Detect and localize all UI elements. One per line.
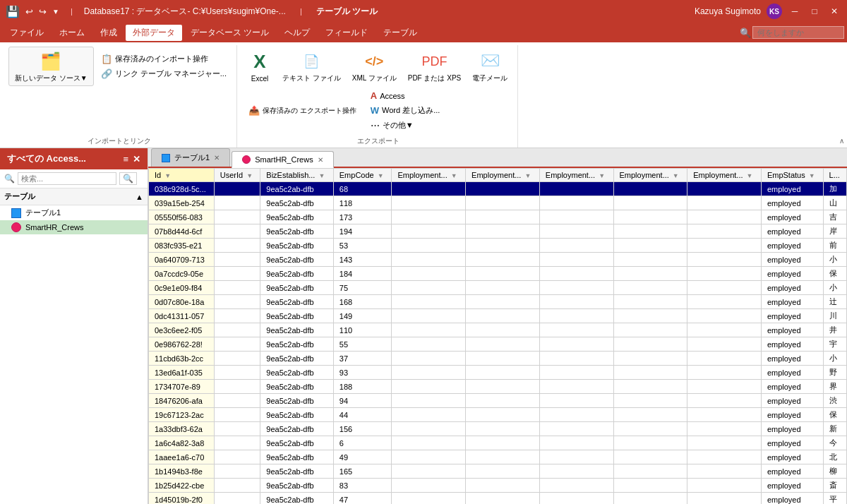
table-cell[interactable] <box>466 196 540 210</box>
table-cell[interactable] <box>539 479 613 493</box>
table-cell[interactable]: 9ea5c2ab-dfb <box>260 224 333 239</box>
table-cell[interactable]: 168 <box>333 295 392 309</box>
table-cell[interactable] <box>687 394 762 408</box>
ribbon-search-input[interactable] <box>752 26 844 39</box>
table-cell[interactable]: 吉 <box>823 210 846 224</box>
table-row[interactable]: 07b8d44d-6cf9ea5c2ab-dfb194employed岸 <box>149 224 847 239</box>
maximize-button[interactable]: □ <box>807 4 822 18</box>
export-xml-button[interactable]: </> XML ファイル <box>348 47 401 85</box>
table-cell[interactable] <box>392 253 466 267</box>
table-cell[interactable]: 界 <box>823 380 846 394</box>
table-row[interactable]: 083fc935-e219ea5c2ab-dfb53employed前 <box>149 239 847 253</box>
col-header-last[interactable]: L... <box>823 169 846 182</box>
menu-field[interactable]: フィールド <box>318 25 375 41</box>
table-cell[interactable]: 斎 <box>823 479 846 493</box>
table-cell[interactable]: employed <box>761 295 823 309</box>
table-cell[interactable] <box>687 450 762 464</box>
table-cell[interactable] <box>539 436 613 450</box>
sidebar-close-icon[interactable]: ✕ <box>133 154 140 164</box>
table-cell[interactable] <box>392 479 466 493</box>
table-cell[interactable] <box>687 295 762 309</box>
table-cell[interactable]: 1b1494b3-f8e <box>149 464 215 479</box>
quick-access-dropdown[interactable]: ▼ <box>52 8 59 16</box>
table-cell[interactable] <box>392 196 466 210</box>
table-cell[interactable]: 47 <box>333 493 392 505</box>
table-cell[interactable] <box>466 408 540 422</box>
table-cell[interactable] <box>539 253 613 267</box>
table-cell[interactable]: 75 <box>333 281 392 295</box>
table-cell[interactable]: employed <box>761 281 823 295</box>
link-table-button[interactable]: 🔗 リンク テーブル マネージャー... <box>97 67 231 80</box>
table-cell[interactable]: 184 <box>333 267 392 281</box>
table-cell[interactable]: 37 <box>333 352 392 366</box>
table-cell[interactable]: employed <box>761 224 823 239</box>
table-cell[interactable] <box>466 422 540 436</box>
table-cell[interactable] <box>687 323 762 337</box>
table-cell[interactable] <box>392 493 466 505</box>
table-cell[interactable] <box>466 436 540 450</box>
saved-import-button[interactable]: 📋 保存済みのインポート操作 <box>97 52 231 66</box>
tab-table1[interactable]: テーブル1 ✕ <box>151 148 230 167</box>
menu-help[interactable]: ヘルプ <box>277 25 317 41</box>
table-cell[interactable]: 小 <box>823 352 846 366</box>
table-cell[interactable] <box>539 295 613 309</box>
table-cell[interactable]: 9ea5c2ab-dfb <box>260 408 333 422</box>
table-cell[interactable]: 94 <box>333 394 392 408</box>
menu-home[interactable]: ホーム <box>52 25 92 41</box>
sidebar-item-smarthr[interactable]: SmartHR_Crews <box>0 220 148 234</box>
table-cell[interactable]: employed <box>761 408 823 422</box>
col-header-emp5[interactable]: Employment... ▼ <box>687 169 762 182</box>
table-cell[interactable] <box>539 224 613 239</box>
table-cell[interactable]: 143 <box>333 253 392 267</box>
tab-table1-close[interactable]: ✕ <box>214 154 220 162</box>
table-cell[interactable] <box>539 352 613 366</box>
table-cell[interactable] <box>392 422 466 436</box>
table-cell[interactable] <box>466 182 540 196</box>
table-cell[interactable]: 0a7ccdc9-05e <box>149 267 215 281</box>
table-cell[interactable]: employed <box>761 422 823 436</box>
table-cell[interactable]: employed <box>761 394 823 408</box>
export-word-button[interactable]: W Word 差し込み... <box>366 104 445 117</box>
table-cell[interactable]: 9ea5c2ab-dfb <box>260 309 333 323</box>
table-cell[interactable]: 9ea5c2ab-dfb <box>260 464 333 479</box>
table-cell[interactable] <box>613 450 687 464</box>
table-cell[interactable] <box>466 295 540 309</box>
table-row[interactable]: 0dc41311-0579ea5c2ab-dfb149employed川 <box>149 309 847 323</box>
table-cell[interactable] <box>466 281 540 295</box>
col-header-emp3[interactable]: Employment... ▼ <box>539 169 613 182</box>
table-cell[interactable]: 今 <box>823 436 846 450</box>
table-cell[interactable] <box>392 309 466 323</box>
table-cell[interactable]: 9ea5c2ab-dfb <box>260 337 333 352</box>
table-row[interactable]: 0e986762-28!9ea5c2ab-dfb55employed宇 <box>149 337 847 352</box>
table-cell[interactable]: 68 <box>333 182 392 196</box>
export-email-button[interactable]: ✉️ 電子メール <box>468 47 512 86</box>
table-row[interactable]: 1734707e-899ea5c2ab-dfb188employed界 <box>149 380 847 394</box>
table-cell[interactable] <box>214 422 260 436</box>
table-cell[interactable]: 加 <box>823 182 846 196</box>
table-cell[interactable] <box>392 182 466 196</box>
table-cell[interactable] <box>687 239 762 253</box>
table-cell[interactable] <box>687 267 762 281</box>
table-cell[interactable]: 118 <box>333 196 392 210</box>
table-cell[interactable]: employed <box>761 323 823 337</box>
tab-smarthr-close[interactable]: ✕ <box>318 156 323 164</box>
table-cell[interactable] <box>539 337 613 352</box>
table-cell[interactable] <box>613 267 687 281</box>
table-cell[interactable] <box>613 182 687 196</box>
table-cell[interactable] <box>539 281 613 295</box>
table-cell[interactable]: employed <box>761 366 823 380</box>
col-header-userid[interactable]: UserId ▼ <box>214 169 260 182</box>
table-cell[interactable]: 18476206-afa <box>149 394 215 408</box>
table-cell[interactable] <box>539 366 613 380</box>
table-cell[interactable]: 9ea5c2ab-dfb <box>260 479 333 493</box>
table-cell[interactable]: employed <box>761 239 823 253</box>
table-row[interactable]: 1aaee1a6-c709ea5c2ab-dfb49employed北 <box>149 450 847 464</box>
table-cell[interactable]: 9ea5c2ab-dfb <box>260 352 333 366</box>
table-cell[interactable] <box>539 408 613 422</box>
table-cell[interactable] <box>214 267 260 281</box>
table-cell[interactable] <box>687 253 762 267</box>
table-cell[interactable]: 辻 <box>823 295 846 309</box>
table-cell[interactable] <box>613 422 687 436</box>
table-cell[interactable]: 野 <box>823 366 846 380</box>
col-header-biz[interactable]: BizEstablish... ▼ <box>260 169 333 182</box>
